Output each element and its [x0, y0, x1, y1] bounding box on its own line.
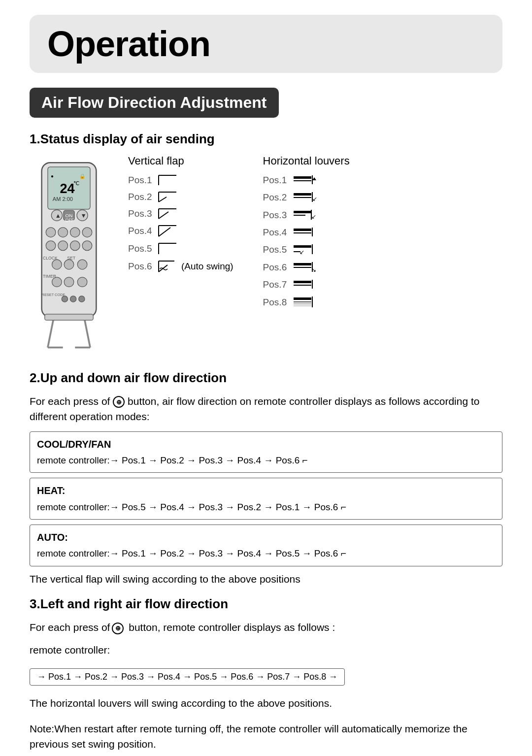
- hlouver-pos3-icon: ↙: [293, 208, 317, 223]
- svg-point-28: [52, 277, 62, 287]
- svg-point-16: [70, 228, 80, 237]
- svg-line-35: [48, 317, 54, 348]
- horizontal-louvers-title: Horizontal louvers: [263, 155, 350, 167]
- svg-text:OFF: OFF: [66, 218, 74, 223]
- svg-point-14: [46, 228, 56, 237]
- svg-rect-56: [294, 176, 311, 179]
- svg-text:↙: ↙: [312, 196, 317, 202]
- svg-rect-71: [294, 245, 311, 248]
- svg-rect-61: [294, 197, 311, 198]
- vertical-pos-2: Pos.2: [128, 190, 233, 204]
- hlouver-pos2-icon: ↙: [293, 190, 317, 205]
- horiz-sequence: → Pos.1 → Pos.2 → Pos.3 → Pos.4 → Pos.5 …: [37, 672, 337, 682]
- horiz-pos-4: Pos.4: [263, 226, 350, 239]
- horiz-sequence-box: → Pos.1 → Pos.2 → Pos.3 → Pos.4 → Pos.5 …: [30, 668, 345, 686]
- svg-point-30: [77, 277, 87, 287]
- svg-rect-84: [294, 303, 311, 304]
- cool-dry-fan-sequence: remote controller:→ Pos.1 → Pos.2 → Pos.…: [37, 455, 308, 465]
- section3-heading: 3.Left and right air flow direction: [30, 596, 502, 612]
- vertical-pos-6: Pos.6 (Auto swing): [128, 259, 233, 274]
- heat-sequence: remote controller:→ Pos.5 → Pos.4 → Pos.…: [37, 502, 346, 512]
- svg-point-32: [62, 296, 67, 302]
- horizontal-louvers-column: Horizontal louvers Pos.1 Pos.2: [263, 155, 350, 313]
- svg-text:↙: ↙: [299, 249, 304, 256]
- svg-text:▲: ▲: [55, 212, 61, 219]
- vertical-pos-3: Pos.3: [128, 207, 233, 221]
- svg-rect-65: [294, 215, 305, 216]
- positions-area: Vertical flap Pos.1 Pos.2: [128, 155, 502, 313]
- svg-text:▼: ▼: [80, 212, 86, 219]
- main-title: Operation: [30, 15, 502, 73]
- hlouver-pos8-icon: [293, 295, 317, 310]
- section3-body1: For each press of⊕ button, remote contro…: [30, 620, 502, 635]
- horiz-pos-7: Pos.7: [263, 278, 350, 292]
- svg-rect-75: [294, 263, 311, 265]
- svg-line-50: [159, 228, 170, 236]
- svg-point-33: [70, 296, 76, 302]
- svg-rect-83: [294, 301, 311, 302]
- svg-point-19: [58, 241, 68, 251]
- vertical-pos-1: Pos.1: [128, 173, 233, 187]
- heat-block: HEAT: remote controller:→ Pos.5 → Pos.4 …: [30, 478, 502, 520]
- vertical-pos-5: Pos.5: [128, 241, 233, 256]
- svg-line-44: [159, 197, 166, 202]
- vflap-pos6-icon: [158, 259, 175, 274]
- svg-line-47: [159, 212, 168, 219]
- svg-text:↙: ↙: [311, 213, 316, 220]
- svg-rect-82: [294, 297, 311, 300]
- svg-point-26: [77, 260, 87, 269]
- section1-heading: 1.Status display of air sending: [30, 131, 502, 147]
- horiz-pos-6: Pos.6 ↘: [263, 260, 350, 275]
- remote-control-image: 24 ℃ ● 🔒 AM 2:00 ▲ ON OFF ▼: [30, 160, 108, 356]
- svg-rect-39: [45, 314, 93, 320]
- svg-rect-79: [294, 281, 311, 283]
- svg-point-21: [82, 241, 92, 251]
- svg-point-25: [52, 260, 62, 269]
- hlouver-pos6-icon: ↘: [293, 260, 317, 275]
- section3-footnote: The horizontal louvers will swing accord…: [30, 695, 502, 711]
- svg-point-20: [70, 241, 80, 251]
- hlouver-pos7-icon: [293, 278, 317, 292]
- horiz-pos-1: Pos.1: [263, 173, 350, 187]
- section3: 3.Left and right air flow direction For …: [30, 596, 502, 711]
- cool-dry-fan-label: COOL/DRY/FAN: [37, 439, 111, 450]
- note-text: Note:When restart after remote turning o…: [30, 721, 502, 752]
- svg-point-24: [64, 260, 74, 269]
- svg-text:℃: ℃: [73, 180, 79, 186]
- svg-point-17: [82, 228, 92, 237]
- section2: 2.Up and down air flow direction For eac…: [30, 370, 502, 587]
- svg-line-36: [84, 317, 90, 348]
- svg-text:🔒: 🔒: [79, 173, 86, 179]
- vflap-pos4-icon: [158, 224, 177, 238]
- section2-footnote: The vertical flap will swing according t…: [30, 571, 502, 587]
- vertical-flap-column: Vertical flap Pos.1 Pos.2: [128, 155, 233, 313]
- horiz-pos-8: Pos.8: [263, 295, 350, 310]
- svg-rect-68: [294, 229, 311, 231]
- horiz-pos-3: Pos.3 ↙: [263, 208, 350, 223]
- horiz-pos-5: Pos.5 ↙: [263, 242, 350, 257]
- vertical-pos-4: Pos.4: [128, 224, 233, 238]
- hlouver-pos4-icon: [293, 226, 317, 239]
- horiz-pos-2: Pos.2 ↙: [263, 190, 350, 205]
- svg-rect-57: [294, 180, 311, 181]
- section-title-box: Air Flow Direction Adjustment: [30, 88, 279, 118]
- svg-rect-85: [294, 305, 311, 306]
- vertical-flap-title: Vertical flap: [128, 155, 233, 167]
- airflow-button-icon: ⊕: [113, 396, 125, 408]
- svg-point-15: [58, 228, 68, 237]
- left-right-button-icon: ⊕: [112, 623, 124, 634]
- section2-body: For each press of ⊕ button, air flow dir…: [30, 394, 502, 425]
- heat-label: HEAT:: [37, 485, 65, 496]
- auto-label: AUTO:: [37, 532, 68, 543]
- svg-text:RESET CODE: RESET CODE: [42, 293, 66, 297]
- vflap-pos3-icon: [158, 207, 177, 221]
- auto-swing-label: (Auto swing): [181, 261, 233, 272]
- svg-marker-59: [312, 177, 316, 180]
- status-section: 24 ℃ ● 🔒 AM 2:00 ▲ ON OFF ▼: [30, 155, 502, 356]
- auto-sequence: remote controller:→ Pos.1 → Pos.2 → Pos.…: [37, 548, 346, 559]
- section3-body2: remote controller:: [30, 642, 502, 658]
- svg-text:●: ●: [51, 173, 54, 179]
- svg-point-18: [46, 241, 56, 251]
- vflap-pos1-icon: [158, 173, 177, 187]
- svg-rect-76: [294, 267, 311, 268]
